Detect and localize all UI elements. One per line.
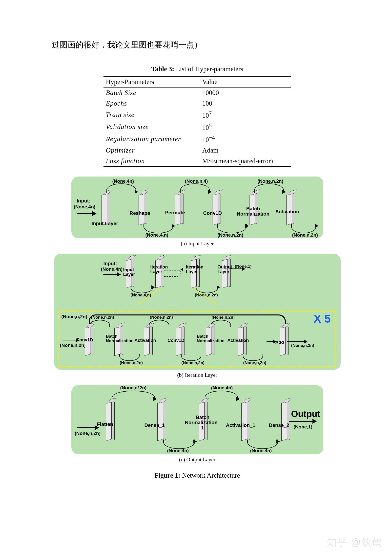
arrow-icon [151,285,155,289]
arrow-icon [103,274,120,275]
table-row: Batch Size10000 [103,88,291,98]
block-label: Permute [165,210,185,215]
tensor-shape: (None,n,2n) [291,343,314,348]
intro-text: 过图画的很好，我论文里图也要花哨一点） [52,40,343,50]
arrow-icon [172,224,175,228]
arrow-icon [282,190,286,194]
output-text: Output [291,409,320,419]
arrow-icon [289,421,316,422]
subfigure-caption-b: (b) Iteration Layer [52,372,343,378]
arrow-icon [267,341,276,342]
diagram-output-layer: (None,n,2n) Flatten (None,n*2n) Dense_1 … [71,385,323,454]
input-label: Input: [103,261,117,266]
connector-curve [131,286,153,293]
block-label: Conv1D [76,338,93,342]
tensor-shape: (None,4n) [112,178,134,184]
block-label: Input Layer [123,267,135,277]
input-label: Input: [77,198,91,203]
arrow-icon [315,224,318,228]
block-label: Activation [227,338,249,343]
input-shape: (None,n,2n) [75,431,101,436]
repeat-dashed-icon [164,270,181,277]
tensor-shape: (None,n,2n) [182,360,205,365]
arrow-icon [276,440,280,444]
output-shape: (None,1) [294,424,312,430]
table-row: Epochs100 [103,98,291,109]
connector-curve [217,224,247,233]
block-dense-2 [281,402,287,441]
arrow-icon [77,427,99,428]
tensor-shape: (None,4n) [211,385,233,391]
block-activation-1 [241,402,247,441]
arrow-icon [193,440,197,444]
tensor-shape: (None,1) [235,264,252,269]
tensor-shape: (None,n,4) [185,178,208,184]
block-label: Activation_1 [226,423,255,428]
table-header-row: Hyper-Parameters Value [103,77,291,88]
block-flatten [106,402,112,441]
block-reshape [139,194,144,225]
tensor-shape: (None,4,n) [145,232,168,238]
tensor-shape: (None,4n) [167,448,189,453]
subfigure-caption-a: (a) Input Layer [52,240,343,247]
watermark: 知乎 @钦鸧 [327,535,382,549]
block-label: Batch Normalization [237,206,269,217]
table-row: Train size107 [103,109,291,121]
block-label: Dense_1 [144,423,165,428]
tensor-shape: (None,n,2n) [120,360,143,365]
arrow-icon [77,213,96,214]
connector-curve [106,183,136,193]
tensor-shape: (None,n,2n) [212,315,235,320]
hyperparams-table: Hyper-Parameters Value Batch Size10000 E… [103,76,291,167]
block-conv1d [212,194,218,225]
block-label: Reshape [130,211,150,216]
tensor-shape: (None,n*2n) [120,385,147,391]
block-dense-1 [157,402,163,441]
block-label: Conv1D [168,338,185,343]
arrow-icon [153,397,157,401]
arrow-icon [135,190,138,194]
arrow-icon [217,285,220,289]
connector-curve [291,224,316,233]
table-row: OptimizerAdam [103,145,291,156]
block-permute [175,194,181,225]
input-shape: (None,4n) [74,204,96,210]
connector-curve [205,391,238,400]
arrow-icon [287,341,307,342]
table-header-param: Hyper-Parameters [103,77,200,88]
tensor-shape: (None,n,2n) [62,314,87,319]
block-label: Batch Normalization [197,334,225,343]
x5-multiplier: X 5 [313,312,330,325]
tensor-shape: (None,4n) [250,448,272,453]
input-shape: (None,4n) [101,266,123,272]
connector-curve [144,224,173,233]
table-row: Loss functionMSE(mean-squared-error) [103,156,291,167]
tensor-shape: (None,n,2n) [258,178,284,184]
figure-caption: Figure 1: Network Architecture [52,472,343,479]
table-row: Validation size105 [103,121,291,133]
block-label: Batch Normalization_ 1 [185,415,220,430]
block-label: Activation [275,209,299,214]
connector-curve [180,183,210,193]
arrow-icon [180,268,183,271]
connector-curve [247,440,278,449]
subfigure-caption-c: (c) Output Layer [52,456,343,463]
block-label: Activation [135,338,156,343]
block-label: Dense_2 [269,423,289,428]
tensor-shape: (None,n,2n) [292,232,318,238]
tensor-shape: (None,n,2n) [218,232,244,238]
tensor-shape: (None,n,2n) [150,315,173,320]
connector-curve [254,183,284,193]
tensor-shape: (None,n,2n) [91,315,114,320]
block-label: Flatten [97,422,113,427]
diagram-iteration-layer: Input: (None,4n) Input Layer (None,4,n) … [54,254,341,370]
table-header-value: Value [200,77,291,88]
table-row: Regularization parameter10−4 [103,133,291,145]
block-label: Output Layer [218,265,232,274]
block-label: Input Layer [92,221,118,226]
arrow-icon [245,224,249,228]
block-label: Conv1D [203,211,222,216]
arrow-icon [236,397,240,401]
arrow-icon [208,190,212,194]
tensor-shape: (None,n,2n) [243,360,267,365]
